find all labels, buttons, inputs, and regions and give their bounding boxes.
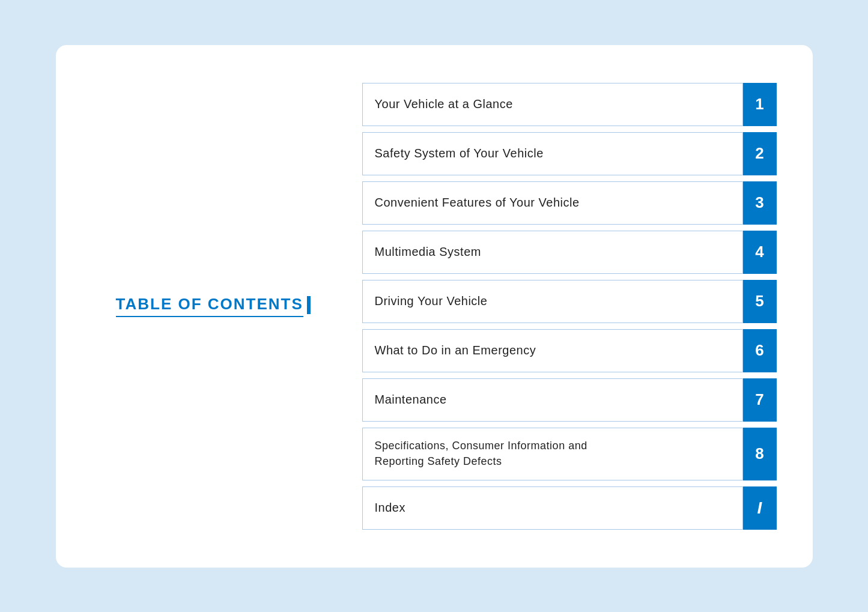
toc-item-label-8: Specifications, Consumer Information and… — [362, 428, 743, 480]
toc-row-7[interactable]: Maintenance 7 — [362, 378, 777, 422]
toc-item-number-7: 7 — [743, 378, 777, 422]
toc-title-wrapper: TABLE OF CONTENTS — [116, 295, 311, 317]
toc-title-bar — [307, 296, 311, 314]
toc-item-number-4: 4 — [743, 231, 777, 274]
toc-item-label-1: Your Vehicle at a Glance — [362, 83, 743, 126]
toc-row-2[interactable]: Safety System of Your Vehicle 2 — [362, 132, 777, 175]
toc-item-number-3: 3 — [743, 181, 777, 225]
toc-item-label-5: Driving Your Vehicle — [362, 280, 743, 323]
toc-item-label-6: What to Do in an Emergency — [362, 329, 743, 372]
left-section: TABLE OF CONTENTS — [92, 295, 344, 317]
toc-item-number-2: 2 — [743, 132, 777, 175]
toc-item-number-8: 8 — [743, 428, 777, 480]
toc-row-index[interactable]: Index I — [362, 486, 777, 530]
toc-item-number-1: 1 — [743, 83, 777, 126]
toc-row-3[interactable]: Convenient Features of Your Vehicle 3 — [362, 181, 777, 225]
toc-item-label-7: Maintenance — [362, 378, 743, 422]
toc-item-number-6: 6 — [743, 329, 777, 372]
toc-row-1[interactable]: Your Vehicle at a Glance 1 — [362, 83, 777, 126]
toc-list: Your Vehicle at a Glance 1 Safety System… — [344, 83, 777, 530]
toc-item-label-index: Index — [362, 486, 743, 530]
toc-title: TABLE OF CONTENTS — [116, 295, 303, 317]
toc-item-label-3: Convenient Features of Your Vehicle — [362, 181, 743, 225]
page-container: TABLE OF CONTENTS Your Vehicle at a Glan… — [56, 45, 813, 568]
toc-item-number-index: I — [743, 486, 777, 530]
toc-row-5[interactable]: Driving Your Vehicle 5 — [362, 280, 777, 323]
toc-item-label-2: Safety System of Your Vehicle — [362, 132, 743, 175]
toc-row-6[interactable]: What to Do in an Emergency 6 — [362, 329, 777, 372]
toc-item-label-4: Multimedia System — [362, 231, 743, 274]
toc-item-number-5: 5 — [743, 280, 777, 323]
toc-row-8[interactable]: Specifications, Consumer Information and… — [362, 428, 777, 480]
toc-row-4[interactable]: Multimedia System 4 — [362, 231, 777, 274]
